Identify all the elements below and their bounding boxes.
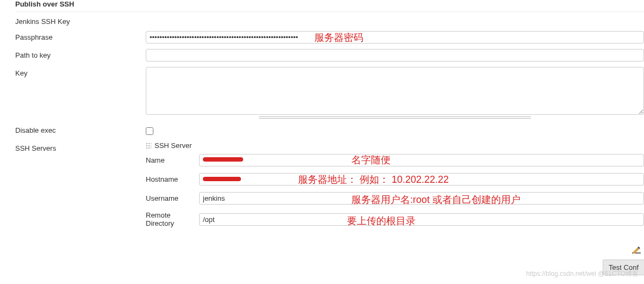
textarea-resize-handle[interactable] — [259, 116, 531, 119]
key-textarea[interactable] — [146, 67, 644, 115]
path-to-key-input[interactable] — [146, 49, 644, 61]
redaction-mark — [203, 177, 241, 181]
test-configuration-button[interactable]: Test Conf — [603, 260, 644, 275]
section-title-publish-over-ssh: Publish over SSH — [0, 0, 644, 11]
ssh-username-input[interactable] — [199, 192, 644, 205]
ssh-remote-dir-input[interactable] — [199, 213, 644, 226]
ssh-hostname-input[interactable] — [199, 173, 644, 186]
path-to-key-label: Path to key — [15, 49, 146, 59]
passphrase-label: Passphrase — [15, 31, 146, 41]
jenkins-ssh-key-header: Jenkins SSH Key — [15, 15, 146, 26]
edit-icon[interactable] — [632, 246, 641, 254]
ssh-name-label: Name — [146, 156, 199, 164]
redaction-mark — [203, 157, 243, 162]
divider — [15, 11, 644, 12]
disable-exec-label: Disable exec — [15, 124, 146, 134]
ssh-servers-label: SSH Servers — [15, 142, 146, 152]
disable-exec-checkbox[interactable] — [146, 127, 153, 135]
ssh-hostname-label: Hostname — [146, 175, 199, 183]
ssh-remote-dir-label: Remote Directory — [146, 211, 199, 227]
ssh-username-label: Username — [146, 194, 199, 202]
passphrase-input[interactable] — [146, 31, 644, 44]
ssh-name-input[interactable] — [199, 154, 644, 166]
key-label: Key — [15, 67, 146, 77]
